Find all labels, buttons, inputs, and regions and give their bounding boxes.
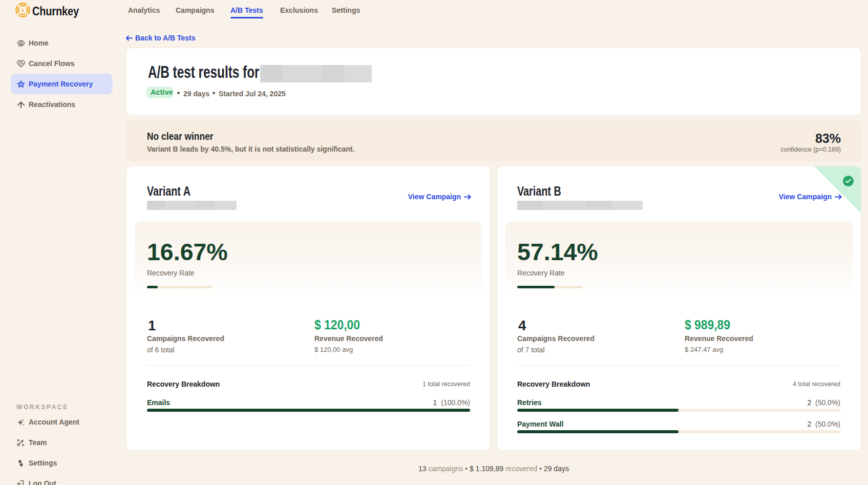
svg-text:c: c bbox=[22, 8, 24, 13]
